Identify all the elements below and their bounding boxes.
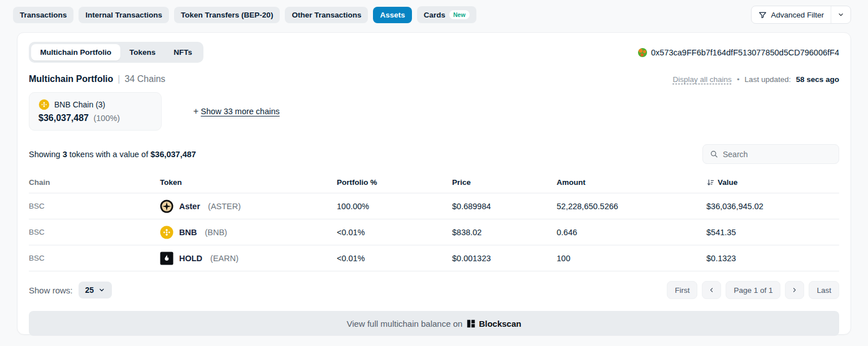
table-header-row: Chain Token Portfolio % Price Amount Val… (29, 173, 839, 193)
row-chain: BSC (29, 228, 160, 236)
next-page-button[interactable] (785, 281, 804, 299)
tab-other-transactions[interactable]: Other Transactions (285, 7, 368, 23)
token-symbol: (EARN) (210, 254, 238, 263)
table-row: BSC BNB (BNB) <0.01% $838.02 0.646 $541.… (29, 219, 839, 245)
address-text: 0x573ca9FF6b7f164dfF513077850d5CD796006f… (651, 48, 839, 57)
address-identicon (638, 48, 647, 57)
token-name-link[interactable]: Aster (179, 202, 200, 211)
assets-panel: Multichain Portfolio Tokens NFTs 0x573ca… (17, 32, 851, 335)
bnb-chain-percent: (100%) (93, 114, 120, 123)
chain-count: 34 Chains (125, 74, 166, 84)
new-badge: New (449, 10, 470, 20)
banner-text: View full multichain balance on (347, 319, 463, 328)
plus-icon: + (193, 106, 198, 116)
token-symbol: (BNB) (205, 228, 227, 237)
row-amount: 0.646 (557, 228, 706, 237)
row-value: $36,036,945.02 (706, 202, 839, 211)
chevron-down-icon (837, 11, 844, 18)
header-price: Price (452, 178, 557, 187)
show-more-chains-link[interactable]: + Show 33 more chains (193, 106, 280, 116)
token-search-box[interactable] (702, 144, 839, 164)
heading-separator: | (118, 74, 120, 84)
tab-nfts[interactable]: NFTs (164, 44, 201, 60)
show-more-chains-label: Show 33 more chains (201, 107, 279, 116)
advanced-filter-label: Advanced Filter (771, 11, 824, 19)
row-value: $541.35 (706, 228, 839, 237)
rows-per-page-value: 25 (85, 286, 94, 295)
search-icon (710, 150, 718, 158)
row-portfolio-pct: 100.00% (337, 202, 452, 211)
chevron-right-icon (791, 287, 798, 293)
meta-dot: • (737, 75, 740, 84)
header-value-label: Value (718, 178, 737, 187)
top-tab-bar: Transactions Internal Transactions Token… (0, 0, 868, 24)
filter-funnel-icon (758, 11, 767, 19)
summary-middle: tokens with a value of (70, 150, 148, 159)
advanced-filter-caret[interactable] (831, 6, 850, 23)
page-status: Page 1 of 1 (726, 281, 780, 299)
table-row: BSC Aster (ASTER) 100.00% $0.689984 52,2… (29, 193, 839, 219)
portfolio-heading: Multichain Portfolio | 34 Chains (29, 74, 166, 84)
bnb-chain-name: BNB Chain (3) (54, 100, 105, 109)
bnb-chain-value: $36,037,487 (38, 113, 89, 123)
summary-prefix: Showing (29, 150, 60, 159)
previous-page-button[interactable] (702, 281, 721, 299)
search-input[interactable] (723, 150, 832, 159)
bnb-token-icon (160, 226, 173, 239)
advanced-filter-button[interactable]: Advanced Filter (751, 6, 851, 24)
row-price: $0.689984 (452, 202, 557, 211)
last-updated-value: 58 secs ago (796, 75, 839, 84)
tab-tokens[interactable]: Tokens (120, 44, 164, 60)
header-token: Token (160, 178, 337, 187)
tab-internal-transactions[interactable]: Internal Transactions (79, 7, 169, 23)
advanced-filter-main[interactable]: Advanced Filter (752, 6, 831, 23)
display-all-chains-link[interactable]: Display all chains (673, 75, 732, 84)
token-name-link[interactable]: BNB (179, 228, 197, 237)
token-symbol: (ASTER) (208, 202, 241, 211)
row-value: $0.1323 (706, 254, 839, 263)
row-price: $838.02 (452, 228, 557, 237)
header-value[interactable]: Value (706, 178, 839, 187)
row-amount: 52,228,650.5266 (557, 202, 706, 211)
row-chain: BSC (29, 202, 160, 210)
portfolio-title: Multichain Portfolio (29, 74, 113, 84)
summary-count: 3 (63, 150, 67, 159)
row-chain: BSC (29, 254, 160, 262)
table-row: BSC HOLD (EARN) <0.01% $0.001323 100 $0.… (29, 245, 839, 271)
aster-token-icon (160, 200, 173, 213)
bnb-chain-card[interactable]: BNB Chain (3) $36,037,487 (100%) (29, 92, 162, 131)
token-name-link[interactable]: HOLD (179, 254, 202, 263)
chevron-left-icon (708, 287, 715, 293)
pagination: First Page 1 of 1 Last (667, 281, 839, 299)
tab-token-transfers[interactable]: Token Transfers (BEP-20) (174, 7, 280, 23)
hold-token-icon (160, 252, 173, 265)
row-portfolio-pct: <0.01% (337, 228, 452, 237)
header-chain: Chain (29, 178, 160, 187)
rows-per-page-select[interactable]: 25 (79, 282, 112, 299)
blockscan-banner-link[interactable]: View full multichain balance on Blocksca… (29, 311, 839, 336)
tab-multichain-portfolio[interactable]: Multichain Portfolio (31, 44, 120, 60)
header-portfolio: Portfolio % (337, 178, 452, 187)
tokens-table: Chain Token Portfolio % Price Amount Val… (29, 173, 839, 271)
row-amount: 100 (557, 254, 706, 263)
tab-cards-label: Cards (424, 11, 445, 19)
portfolio-segmented-tabs: Multichain Portfolio Tokens NFTs (29, 42, 203, 63)
bnb-chain-icon (38, 99, 50, 110)
last-updated-label: Last updated: (745, 75, 791, 84)
summary-total: $36,037,487 (150, 150, 196, 159)
first-page-button[interactable]: First (667, 281, 697, 299)
blockscan-logo-icon (467, 319, 475, 328)
chevron-down-icon (98, 287, 105, 293)
token-summary: Showing 3 tokens with a value of $36,037… (29, 150, 196, 159)
last-page-button[interactable]: Last (809, 281, 839, 299)
sort-descending-icon[interactable] (706, 178, 715, 187)
row-portfolio-pct: <0.01% (337, 254, 452, 263)
tab-cards[interactable]: Cards New (417, 6, 476, 24)
wallet-address[interactable]: 0x573ca9FF6b7f164dfF513077850d5CD796006f… (638, 48, 839, 57)
header-amount: Amount (557, 178, 706, 187)
show-rows-label: Show rows: (29, 286, 73, 295)
blockscan-brand-label: Blockscan (479, 319, 521, 328)
row-price: $0.001323 (452, 254, 557, 263)
tab-transactions[interactable]: Transactions (13, 7, 73, 23)
tab-assets[interactable]: Assets (373, 7, 411, 23)
